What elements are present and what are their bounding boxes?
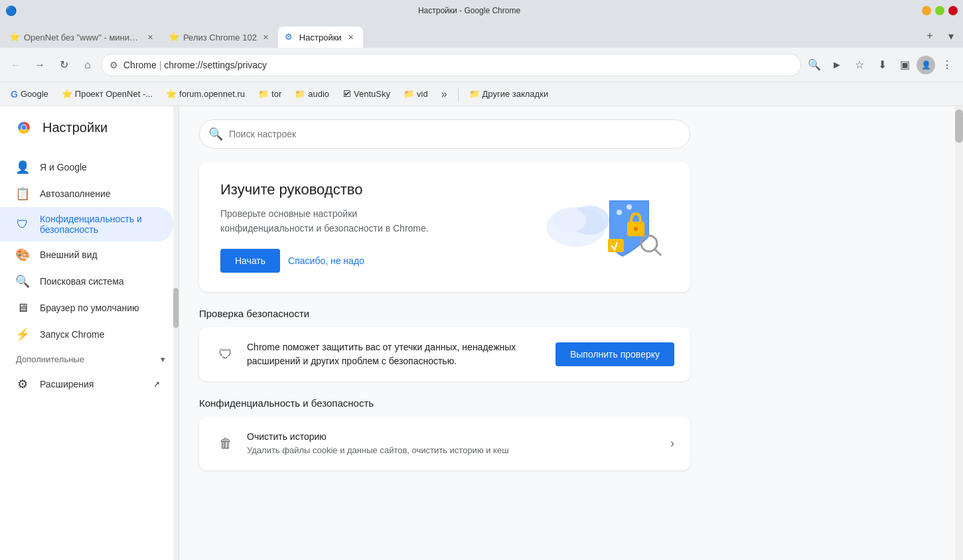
bookmark-vid-icon: 📁 — [404, 89, 414, 99]
forward-button[interactable]: → — [29, 54, 50, 76]
start-guide-button[interactable]: Начать — [220, 249, 280, 273]
bookmark-ventusky-icon: 🗹 — [342, 89, 351, 99]
bookmark-google-icon: G — [11, 89, 18, 100]
sidebar-item-search[interactable]: 🔍 Поисковая система — [0, 268, 173, 295]
advanced-expand-icon: ▾ — [161, 354, 165, 364]
sidebar-item-me-google[interactable]: 👤 Я и Google — [0, 154, 173, 180]
bookmark-audio[interactable]: 📁 audio — [289, 86, 334, 103]
toolbar-actions: 🔍 ► ☆ ⬇ ▣ 👤 ⋮ — [804, 54, 958, 76]
bookmark-opennet[interactable]: ⭐ Проект OpenNet -... — [56, 86, 158, 103]
security-check-content: Chrome поможет защитить вас от утечки да… — [247, 340, 545, 368]
main-layout: Настройки 👤 Я и Google 📋 Автозаполнение … — [0, 106, 963, 560]
bookmark-opennet-icon: ⭐ — [62, 89, 72, 99]
bookmark-button[interactable]: ☆ — [849, 54, 870, 76]
sidebar-header: Настройки — [0, 106, 179, 149]
sidebar-item-startup[interactable]: ⚡ Запуск Chrome — [0, 321, 173, 348]
title-bar: 🔵 Настройки - Google Chrome — [0, 0, 963, 21]
bookmark-more[interactable]: » — [436, 86, 453, 103]
sidebar-item-advanced[interactable]: Дополнительные ▾ — [0, 348, 179, 371]
sidebar-item-autofill[interactable]: 📋 Автозаполнение — [0, 180, 173, 207]
bookmark-vid-label: vid — [417, 89, 428, 99]
svg-point-9 — [627, 204, 632, 210]
sidebar-item-extensions[interactable]: ⚙ Расширения ↗ — [0, 371, 173, 397]
tabs-actions: + ▾ — [921, 27, 960, 48]
sidebar-item-default-browser[interactable]: 🖥 Браузер по умолчанию — [0, 295, 173, 321]
search-input[interactable] — [199, 119, 690, 149]
right-scrollbar[interactable] — [955, 106, 963, 560]
run-check-button[interactable]: Выполнить проверку — [556, 342, 674, 366]
shield-svg — [536, 180, 669, 273]
bookmark-ventusky[interactable]: 🗹 VentuSky — [337, 86, 396, 103]
guide-actions: Начать Спасибо, не надо — [220, 249, 446, 273]
guide-title: Изучите руководство — [220, 181, 446, 198]
reload-button[interactable]: ↻ — [53, 54, 74, 76]
window-controls — [922, 6, 958, 15]
right-scrollbar-thumb — [955, 109, 963, 143]
bookmark-other[interactable]: 📁 Другие закладки — [464, 86, 554, 103]
sidebar-scrollbar[interactable] — [173, 106, 179, 560]
window-title: Настройки - Google Chrome — [22, 6, 917, 15]
maximize-button[interactable] — [935, 6, 944, 15]
url-text: Chrome | chrome://settings/privacy — [123, 60, 792, 70]
sidebar-item-appearance[interactable]: 🎨 Внешний вид — [0, 242, 173, 268]
tab-opennet-favicon: ⭐ — [9, 32, 20, 42]
bookmark-tor[interactable]: 📁 tor — [253, 86, 287, 103]
clear-history-row[interactable]: 🗑 Очистить историю Удалить файлы cookie … — [199, 417, 690, 470]
search-icon: 🔍 — [208, 127, 223, 141]
chrome-logo-icon — [13, 117, 35, 138]
sidebar-item-privacy-label: Конфиденциальность и безопасность — [40, 214, 160, 235]
share-button[interactable]: ► — [826, 54, 848, 76]
window-icon: 🔵 — [5, 5, 17, 16]
security-check-row: 🛡 Chrome поможет защитить вас от утечки … — [199, 327, 690, 382]
skip-guide-button[interactable]: Спасибо, не надо — [288, 255, 364, 266]
tab-chrome102-label: Релиз Chrome 102 — [183, 33, 257, 42]
tab-chrome102-favicon: ⭐ — [169, 32, 179, 42]
close-button[interactable] — [948, 6, 958, 15]
me-google-icon: 👤 — [16, 161, 29, 174]
menu-button[interactable]: ⋮ — [936, 54, 958, 76]
url-scheme-icon: ⚙ — [110, 60, 118, 70]
tabs-more-button[interactable]: ▾ — [942, 27, 960, 45]
minimize-button[interactable] — [922, 6, 931, 15]
download-button[interactable]: ⬇ — [871, 54, 893, 76]
svg-point-5 — [553, 208, 586, 232]
tab-opennet[interactable]: ⭐ OpenNet без "www" - минима... ✕ — [3, 27, 162, 48]
autofill-icon: 📋 — [16, 187, 29, 200]
clear-history-content: Очистить историю Удалить файлы cookie и … — [247, 430, 660, 457]
back-button[interactable]: ← — [5, 54, 27, 76]
reader-mode-button[interactable]: ▣ — [894, 54, 915, 76]
tab-settings-label: Настройки — [299, 33, 342, 42]
url-host: Chrome — [123, 60, 157, 70]
tab-chrome102-close[interactable]: ✕ — [261, 32, 271, 42]
guide-content: Изучите руководство Проверьте основные н… — [220, 181, 446, 273]
svg-point-10 — [641, 236, 657, 251]
tab-settings[interactable]: ⚙ Настройки ✕ — [278, 27, 363, 48]
search-button[interactable]: 🔍 — [804, 54, 825, 76]
profile-button[interactable]: 👤 — [917, 56, 935, 74]
bookmark-forum[interactable]: ⭐ forum.opennet.ru — [161, 86, 250, 103]
clear-history-subtitle: Удалить файлы cookie и данные сайтов, оч… — [247, 444, 660, 457]
sidebar-scrollbar-thumb — [173, 288, 179, 328]
url-bar[interactable]: ⚙ Chrome | chrome://settings/privacy — [101, 54, 801, 76]
sidebar-item-privacy[interactable]: 🛡 Конфиденциальность и безопасность — [0, 207, 173, 242]
guide-card: Изучите руководство Проверьте основные н… — [199, 162, 690, 292]
search-box: 🔍 — [199, 119, 690, 149]
bookmark-google[interactable]: G Google — [5, 86, 54, 103]
security-check-action: Выполнить проверку — [556, 342, 674, 366]
new-tab-button[interactable]: + — [921, 27, 939, 45]
extensions-external-icon: ↗ — [153, 380, 160, 389]
svg-point-8 — [617, 210, 622, 215]
sidebar-item-autofill-label: Автозаполнение — [40, 188, 111, 199]
security-section-title: Проверка безопасности — [199, 308, 690, 319]
tab-chrome102[interactable]: ⭐ Релиз Chrome 102 ✕ — [162, 27, 278, 48]
content-inner: 🔍 Изучите руководство Проверьте основные… — [179, 106, 710, 500]
bookmark-tor-icon: 📁 — [258, 89, 269, 99]
bookmark-vid[interactable]: 📁 vid — [398, 86, 433, 103]
tab-opennet-close[interactable]: ✕ — [145, 32, 155, 42]
clear-history-icon: 🗑 — [215, 433, 236, 454]
tab-settings-close[interactable]: ✕ — [346, 32, 356, 42]
sidebar-nav: 👤 Я и Google 📋 Автозаполнение 🛡 Конфиден… — [0, 149, 179, 560]
sidebar-item-extensions-label: Расширения — [40, 379, 94, 389]
tabs-bar: ⭐ OpenNet без "www" - минима... ✕ ⭐ Рели… — [0, 21, 963, 48]
home-button[interactable]: ⌂ — [77, 54, 98, 76]
